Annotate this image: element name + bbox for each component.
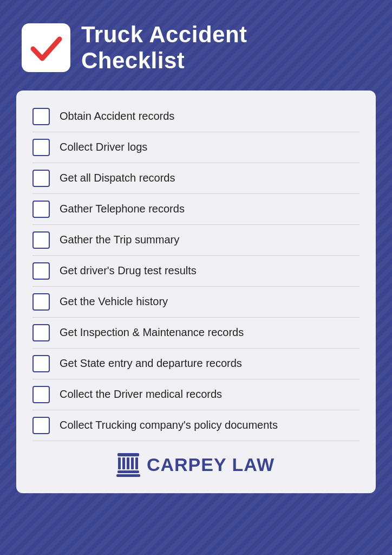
item-label-1: Obtain Accident records [60,109,174,124]
item-label-2: Collect Driver logs [60,140,147,154]
firm-name: CARPEY LAW [147,454,275,475]
checkbox-3[interactable] [32,170,50,187]
checkbox-9[interactable] [32,355,50,372]
checklist-item-10: Collect the Driver medical records [32,379,360,410]
checkbox-6[interactable] [32,262,50,280]
checkbox-2[interactable] [32,139,50,156]
item-label-5: Gather the Trip summary [60,233,179,247]
checklist-item-3: Get all Dispatch records [32,163,360,194]
item-label-3: Get all Dispatch records [60,171,175,185]
checkbox-5[interactable] [32,231,50,249]
checkbox-10[interactable] [32,386,50,403]
checkbox-4[interactable] [32,201,50,218]
pillar-icon [117,453,139,477]
item-label-10: Collect the Driver medical records [60,387,222,402]
footer: CARPEY LAW [32,453,360,477]
checklist-item-2: Collect Driver logs [32,132,360,163]
checklist-item-6: Get driver's Drug test results [32,256,360,287]
header: Truck Accident Checklist [16,22,376,74]
checklist-item-1: Obtain Accident records [32,101,360,132]
checkbox-8[interactable] [32,324,50,341]
item-label-9: Get State entry and departure records [60,356,242,371]
page-title: Truck Accident Checklist [81,22,247,74]
checkbox-11[interactable] [32,417,50,434]
checkmark-box [22,23,70,72]
checklist-item-9: Get State entry and departure records [32,349,360,379]
checklist-item-7: Get the Vehicle history [32,287,360,318]
checklist-item-8: Get Inspection & Maintenance records [32,318,360,349]
checklist-card: Obtain Accident records Collect Driver l… [16,91,376,493]
item-label-8: Get Inspection & Maintenance records [60,325,244,340]
checkmark-icon [29,30,64,66]
item-label-6: Get driver's Drug test results [60,263,197,278]
checklist-item-11: Collect Trucking company's policy docume… [32,410,360,441]
item-label-11: Collect Trucking company's policy docume… [60,418,278,433]
checklist-item-5: Gather the Trip summary [32,225,360,256]
item-label-7: Get the Vehicle history [60,294,168,309]
checkbox-1[interactable] [32,108,50,125]
item-label-4: Gather Telephone records [60,202,185,216]
checklist-item-4: Gather Telephone records [32,194,360,225]
checkbox-7[interactable] [32,293,50,311]
